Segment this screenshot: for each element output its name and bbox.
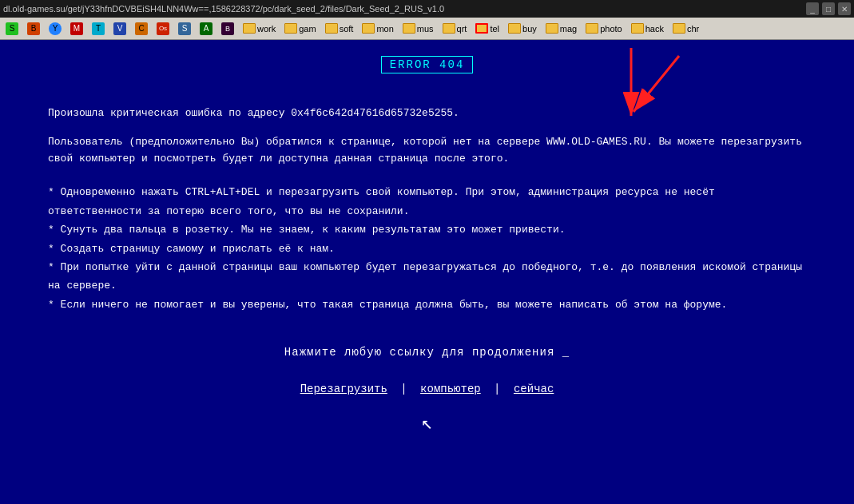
links-section: Перезагрузить | компьютер | сейчас	[48, 383, 806, 395]
bookmark-folder-buy[interactable]: buy	[504, 21, 541, 36]
cursor-icon: ↖	[421, 413, 432, 435]
separator-1: |	[400, 383, 407, 395]
bookmark-y1[interactable]: Y	[45, 20, 66, 38]
bookmark-folder-soft[interactable]: soft	[321, 21, 358, 36]
continue-prompt: Нажмите любую ссылку для продолжения _	[48, 346, 806, 359]
bookmarks-bar: S B Y M T V C Os S A B work gam soft mon…	[0, 18, 854, 40]
bookmark-folder-mon[interactable]: mon	[358, 21, 397, 36]
error-code: ERROR 404	[381, 56, 474, 73]
link-computer[interactable]: компьютер	[420, 383, 481, 395]
folder-gam-label: gam	[299, 24, 316, 34]
bookmark-folder-tel[interactable]: tel	[471, 21, 503, 36]
bookmark-a1[interactable]: A	[196, 20, 216, 38]
close-icon[interactable]: ✕	[838, 2, 851, 15]
bookmark-folder-mag[interactable]: mag	[542, 21, 581, 36]
bookmark-os[interactable]: Os	[153, 20, 173, 38]
folder-mon-label: mon	[376, 24, 393, 34]
separator-2: |	[494, 383, 500, 395]
bullet-1: * Одновременно нажать CTRL+ALT+DEL и пер…	[48, 183, 806, 220]
restore-icon[interactable]: □	[822, 2, 835, 15]
bullet-5: * Если ничего не помогает и вы уверены, …	[48, 296, 806, 314]
link-now[interactable]: сейчас	[514, 383, 554, 395]
error-bullets: * Одновременно нажать CTRL+ALT+DEL и пер…	[48, 183, 806, 314]
title-bar-controls[interactable]: _ □ ✕	[806, 2, 851, 15]
folder-soft-label: soft	[340, 24, 354, 34]
cursor-indicator: ↖	[48, 411, 806, 435]
title-bar-url: dl.old-games.su/get/jY33hfnDCVBEiSH4LNN4…	[3, 4, 806, 14]
folder-buy-label: buy	[522, 24, 537, 34]
bullet-3: * Создать страницу самому и прислать её …	[48, 240, 806, 258]
bookmark-v1[interactable]: V	[109, 20, 130, 38]
bookmark-m1[interactable]: M	[66, 20, 87, 38]
bookmark-folder-hack[interactable]: hack	[627, 21, 668, 36]
bookmark-b2[interactable]: B	[217, 20, 238, 38]
folder-chr-label: chr	[687, 24, 699, 34]
folder-photo-label: photo	[600, 24, 622, 34]
error-paragraph-1: Произошла критическая ошибка по адресу 0…	[48, 105, 806, 122]
folder-mag-label: mag	[560, 24, 577, 34]
minimize-icon[interactable]: _	[806, 2, 819, 15]
bookmark-s1[interactable]: S	[2, 20, 22, 38]
title-bar: dl.old-games.su/get/jY33hfnDCVBEiSH4LNN4…	[0, 0, 854, 18]
bookmark-s2[interactable]: S	[174, 20, 195, 38]
bookmark-b1[interactable]: B	[23, 20, 44, 38]
error-code-container: ERROR 404	[48, 56, 806, 89]
bookmark-c1[interactable]: C	[131, 20, 152, 38]
folder-qrt-label: qrt	[457, 24, 467, 34]
main-content: ERROR 404 Произошла критическая ошибка п…	[0, 40, 854, 450]
bookmark-folder-chr[interactable]: chr	[669, 21, 703, 36]
error-paragraph-2: Пользователь (предположительно Вы) обрат…	[48, 134, 806, 168]
bookmark-folder-photo[interactable]: photo	[582, 21, 626, 36]
folder-work-label: work	[257, 24, 276, 34]
bookmark-folder-mus[interactable]: mus	[399, 21, 438, 36]
folder-hack-label: hack	[645, 24, 664, 34]
folder-mus-label: mus	[417, 24, 434, 34]
bullet-4: * При попытке уйти с данной страницы ваш…	[48, 258, 806, 296]
bookmark-folder-work[interactable]: work	[239, 21, 280, 36]
bookmark-folder-qrt[interactable]: qrt	[439, 21, 471, 36]
bookmark-t1[interactable]: T	[88, 20, 109, 38]
folder-tel-label: tel	[490, 24, 499, 34]
link-restart[interactable]: Перезагрузить	[300, 383, 387, 395]
bookmark-folder-gam[interactable]: gam	[280, 21, 320, 36]
bullet-2: * Сунуть два пальца в розетку. Мы не зна…	[48, 220, 806, 239]
